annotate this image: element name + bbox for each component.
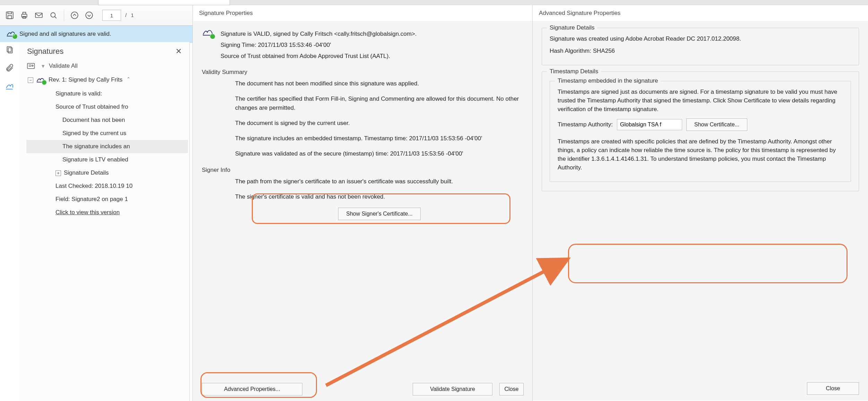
- signer-line: The signer's certificate is valid and ha…: [235, 192, 524, 201]
- attachments-panel-icon[interactable]: [5, 63, 15, 73]
- tree-item-selected[interactable]: The signature includes an: [26, 140, 188, 153]
- sig-details-line: Signature was created using Adobe Acroba…: [550, 34, 851, 43]
- signer-info-label: Signer Info: [202, 167, 524, 174]
- tree-details-node[interactable]: + Signature Details: [26, 166, 188, 179]
- total-pages: 1: [131, 12, 134, 18]
- validity-summary-label: Validity Summary: [202, 69, 524, 76]
- validity-line: Signature was validated as of the secure…: [235, 149, 524, 158]
- advanced-properties-button[interactable]: Advanced Properties...: [202, 383, 302, 395]
- timestamp-authority-field[interactable]: [617, 119, 682, 130]
- svg-rect-1: [8, 12, 12, 14]
- svg-rect-2: [8, 16, 12, 19]
- group-legend: Signature Details: [547, 24, 597, 31]
- search-icon[interactable]: [47, 9, 60, 22]
- timestamp-embedded-group: Timestamp embedded in the signature Time…: [550, 81, 851, 182]
- sig-details-line: Hash Algorithm: SHA256: [550, 47, 851, 55]
- dialog-title: Advanced Signature Properties: [533, 5, 868, 22]
- dialog-title: Signature Properties: [193, 5, 533, 22]
- signatures-panel-icon[interactable]: [5, 81, 15, 91]
- dialog-signature-properties: Signature Properties Signature is VALID,…: [192, 5, 533, 401]
- ts-para: Timestamps are created with specific pol…: [558, 137, 843, 172]
- validity-line: The certifier has specified that Form Fi…: [235, 94, 524, 112]
- svg-point-15: [32, 65, 33, 66]
- close-button[interactable]: Close: [499, 383, 524, 395]
- pages-panel-icon[interactable]: [5, 45, 15, 55]
- tree-item[interactable]: Source of Trust obtained fro: [26, 100, 188, 114]
- save-icon[interactable]: [3, 9, 16, 22]
- left-rail: [0, 42, 20, 401]
- tree-view-version[interactable]: Click to view this version: [26, 206, 188, 219]
- tree-item[interactable]: Signed by the current us: [26, 127, 188, 140]
- close-button[interactable]: Close: [807, 382, 859, 395]
- page-sep: /: [125, 12, 127, 18]
- timestamp-details-group: Timestamp Details Timestamp embedded in …: [542, 72, 859, 191]
- tree-item[interactable]: Document has not been: [26, 114, 188, 127]
- tab-strip: [0, 0, 868, 5]
- page-down-icon[interactable]: [83, 9, 95, 22]
- dialog-advanced-signature-properties: Advanced Signature Properties Signature …: [532, 5, 868, 401]
- print-icon[interactable]: [18, 9, 31, 22]
- page-up-icon[interactable]: [68, 9, 81, 22]
- sig-trust-line: Source of Trust obtained from Adobe Appr…: [221, 51, 417, 61]
- validate-signature-button[interactable]: Validate Signature: [413, 383, 492, 395]
- validity-line: The document is signed by the current us…: [235, 119, 524, 128]
- panel-close-icon[interactable]: ✕: [175, 47, 182, 56]
- group-legend: Timestamp embedded in the signature: [555, 77, 661, 84]
- validate-all-label: Validate All: [49, 62, 78, 69]
- svg-point-8: [71, 12, 78, 19]
- tree-item[interactable]: Signature is valid:: [26, 87, 188, 100]
- panel-title: Signatures: [27, 47, 63, 56]
- expand-icon[interactable]: +: [55, 170, 61, 176]
- signatures-panel: Signatures ✕ ▾ Validate All − Rev. 1: Si…: [19, 42, 190, 401]
- tree-rev-label: Rev. 1: Signed by Cally Frits: [49, 76, 122, 83]
- sig-time-line: Signing Time: 2017/11/03 15:53:46 -04'00…: [221, 40, 417, 50]
- sig-valid-line: Signature is VALID, signed by Cally Frit…: [221, 29, 417, 39]
- signature-tree: − Rev. 1: Signed by Cally Frits ⌃ Signat…: [19, 71, 189, 219]
- tree-item[interactable]: Field: Signature2 on page 1: [26, 193, 188, 206]
- tree-rev-node[interactable]: − Rev. 1: Signed by Cally Frits ⌃: [26, 73, 188, 87]
- signature-details-group: Signature Details Signature was created …: [542, 28, 859, 65]
- expand-icon[interactable]: −: [28, 77, 33, 83]
- svg-rect-11: [8, 48, 12, 53]
- tree-item[interactable]: Signature is LTV enabled: [26, 153, 188, 166]
- current-page-input[interactable]: [102, 10, 121, 21]
- signer-line: The path from the signer's certificate t…: [235, 177, 524, 186]
- show-signers-certificate-button[interactable]: Show Signer's Certificate...: [338, 208, 421, 220]
- tree-item[interactable]: Last Checked: 2018.10.19 10: [26, 179, 188, 193]
- svg-point-9: [86, 12, 93, 19]
- svg-rect-4: [23, 12, 26, 14]
- validity-line: The document has not been modified since…: [235, 79, 524, 88]
- show-certificate-button[interactable]: Show Certificate...: [686, 118, 747, 131]
- svg-rect-10: [7, 47, 11, 52]
- svg-rect-12: [27, 64, 35, 69]
- timestamp-authority-label: Timestamp Authority:: [558, 121, 613, 128]
- svg-point-7: [51, 12, 55, 17]
- svg-rect-0: [6, 12, 13, 19]
- signature-valid-icon: [36, 76, 46, 84]
- banner-text: Signed and all signatures are valid.: [19, 31, 111, 37]
- ts-para: Timestamps are signed just as documents …: [558, 87, 843, 114]
- signature-valid-icon: [202, 28, 214, 38]
- validate-all-row[interactable]: ▾ Validate All: [19, 56, 189, 71]
- signature-valid-icon: [6, 30, 17, 38]
- collapse-caret-icon[interactable]: ⌃: [127, 76, 130, 82]
- validity-line: The signature includes an embedded times…: [235, 134, 524, 143]
- group-legend: Timestamp Details: [547, 68, 601, 75]
- mail-icon[interactable]: [33, 9, 45, 22]
- svg-rect-6: [35, 13, 42, 18]
